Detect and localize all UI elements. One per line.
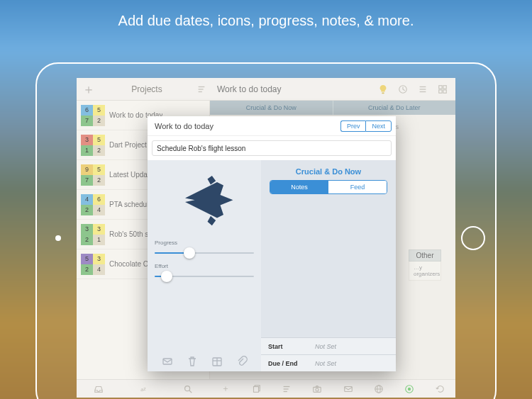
detail-tabs: Notes Feed: [270, 180, 387, 194]
effort-label: Effort: [155, 263, 254, 269]
start-date-row[interactable]: Start Not Set: [261, 337, 396, 354]
next-button[interactable]: Next: [365, 120, 392, 132]
marketing-tagline: Add due dates, icons, progress, notes, &…: [0, 13, 532, 29]
prev-button[interactable]: Prev: [340, 120, 366, 132]
due-label: Due / End: [268, 360, 315, 367]
svg-rect-26: [163, 359, 172, 364]
notes-area[interactable]: [261, 200, 396, 337]
calendar-icon[interactable]: [211, 356, 223, 367]
app-screen: ＋ Projects Work to do today: [77, 78, 455, 398]
task-editor-modal: Work to do today Prev Next Schedule Rob'…: [148, 116, 396, 371]
task-detail-left: Progress Effort: [148, 160, 261, 371]
tab-notes[interactable]: Notes: [270, 181, 328, 193]
task-icon[interactable]: [172, 169, 236, 233]
start-value: Not Set: [315, 343, 336, 350]
due-date-row[interactable]: Due / End Not Set: [261, 354, 396, 371]
trash-icon[interactable]: [187, 356, 198, 367]
progress-label: Progress: [155, 240, 254, 246]
due-value: Not Set: [315, 360, 336, 367]
quadrant-title: Crucial & Do Now: [261, 160, 396, 180]
progress-slider[interactable]: [155, 246, 254, 260]
ipad-frame: ＋ Projects Work to do today: [35, 62, 497, 399]
camera: [55, 235, 61, 241]
share-mail-icon[interactable]: [162, 356, 173, 367]
task-name-field[interactable]: Schedule Rob's flight lesson: [152, 140, 392, 156]
effort-slider[interactable]: [155, 269, 254, 283]
task-detail-right: Crucial & Do Now Notes Feed Start Not Se…: [261, 160, 396, 371]
home-button[interactable]: [461, 226, 485, 250]
tab-feed[interactable]: Feed: [328, 181, 387, 193]
modal-title: Work to do today: [152, 122, 340, 130]
attach-icon[interactable]: [236, 356, 248, 367]
start-label: Start: [268, 343, 315, 350]
